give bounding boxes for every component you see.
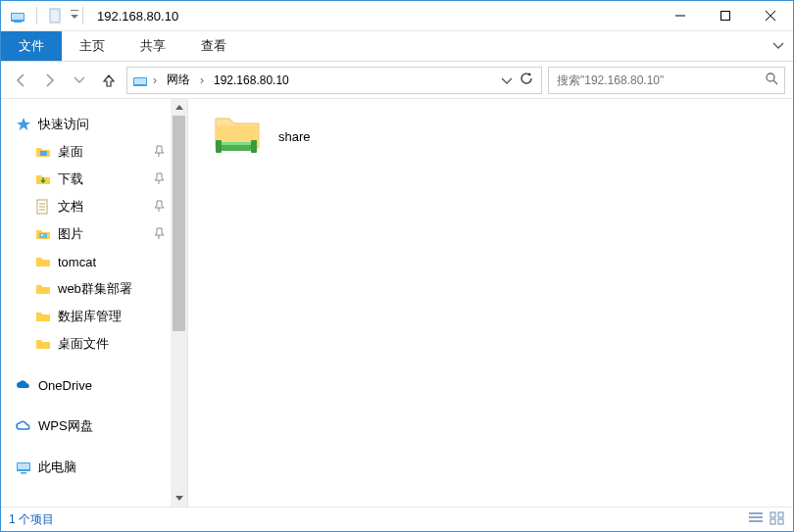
svg-rect-23 xyxy=(778,519,783,524)
tree-label: 文档 xyxy=(58,198,83,216)
maximize-button[interactable] xyxy=(703,1,748,30)
folder-icon xyxy=(34,280,52,298)
tree-item-desktopfiles[interactable]: 桌面文件 xyxy=(1,330,171,358)
file-list[interactable]: share xyxy=(188,99,793,507)
onedrive-icon xyxy=(15,376,32,394)
svg-rect-4 xyxy=(71,10,78,11)
scroll-thumb[interactable] xyxy=(173,116,185,331)
ribbon-tabs: 文件 主页 共享 查看 xyxy=(1,31,793,62)
tree-label: 图片 xyxy=(58,225,83,243)
qat-item-icon[interactable] xyxy=(47,7,65,24)
svg-rect-1 xyxy=(14,21,22,23)
folder-icon xyxy=(34,253,52,270)
svg-rect-20 xyxy=(770,512,775,517)
status-bar: 1 个项目 xyxy=(1,507,793,531)
folder-icon xyxy=(34,143,52,161)
window-controls xyxy=(658,1,793,30)
tab-view[interactable]: 查看 xyxy=(183,31,244,61)
status-text: 1 个项目 xyxy=(9,511,54,528)
ribbon-expand-icon[interactable] xyxy=(764,31,793,61)
tab-file[interactable]: 文件 xyxy=(1,31,62,61)
tree-label: web群集部署 xyxy=(58,280,132,298)
explorer-window: 192.168.80.10 文件 主页 共享 查看 › 网络 › 192.168… xyxy=(0,0,794,532)
breadcrumb-host[interactable]: 192.168.80.10 xyxy=(208,72,295,89)
cloud-icon xyxy=(15,417,32,435)
large-icons-view-icon[interactable] xyxy=(769,511,785,528)
svg-rect-19 xyxy=(251,140,257,153)
tree-item-documents[interactable]: 文档 xyxy=(1,193,171,220)
tree-label: 快速访问 xyxy=(38,116,89,133)
item-label: share xyxy=(278,129,311,144)
close-button[interactable] xyxy=(748,1,793,30)
tree-item-database[interactable]: 数据库管理 xyxy=(1,303,171,330)
svg-rect-5 xyxy=(721,12,730,21)
document-icon xyxy=(34,198,52,216)
tree-item-desktop[interactable]: 桌面 xyxy=(1,138,171,166)
svg-rect-21 xyxy=(778,512,783,517)
up-button[interactable] xyxy=(97,69,121,92)
computer-icon xyxy=(15,459,32,476)
separator xyxy=(36,7,37,24)
nav-row: › 网络 › 192.168.80.10 xyxy=(1,62,793,99)
pin-icon xyxy=(154,200,165,215)
folder-icon xyxy=(34,335,52,353)
forward-button[interactable] xyxy=(38,69,62,92)
tree-item-tomcat[interactable]: tomcat xyxy=(1,248,171,275)
details-view-icon[interactable] xyxy=(748,511,764,528)
tree-label: OneDrive xyxy=(38,378,92,393)
search-box[interactable] xyxy=(548,67,785,94)
svg-rect-15 xyxy=(21,472,26,474)
qat-dropdown-icon[interactable] xyxy=(71,8,78,24)
chevron-right-icon[interactable]: › xyxy=(198,73,206,87)
tree-label: 桌面文件 xyxy=(58,335,109,353)
app-icon xyxy=(9,7,26,24)
tree-item-downloads[interactable]: 下载 xyxy=(1,166,171,193)
svg-rect-11 xyxy=(39,233,47,238)
tree-label: 桌面 xyxy=(58,143,83,161)
recent-locations-dropdown-icon[interactable] xyxy=(68,69,91,92)
address-dropdown-icon[interactable] xyxy=(502,73,512,87)
svg-rect-17 xyxy=(220,142,253,145)
tree-label: 数据库管理 xyxy=(58,308,122,325)
minimize-button[interactable] xyxy=(658,1,703,30)
svg-rect-2 xyxy=(12,14,24,20)
breadcrumb-network[interactable]: 网络 xyxy=(161,70,196,90)
navigation-pane: 快速访问 桌面 下载 文档 xyxy=(1,99,188,507)
chevron-right-icon[interactable]: › xyxy=(151,73,159,87)
tree: 快速访问 桌面 下载 文档 xyxy=(1,111,187,481)
svg-rect-18 xyxy=(216,140,222,153)
folder-icon xyxy=(34,308,52,325)
location-icon xyxy=(131,72,149,89)
pin-icon xyxy=(154,227,165,242)
folder-icon xyxy=(34,225,52,243)
svg-point-8 xyxy=(767,73,774,81)
quick-access-toolbar xyxy=(1,7,78,24)
tab-share[interactable]: 共享 xyxy=(123,31,183,61)
scrollbar[interactable] xyxy=(171,99,187,507)
tree-onedrive[interactable]: OneDrive xyxy=(1,371,171,399)
tab-home[interactable]: 主页 xyxy=(62,31,123,61)
svg-rect-9 xyxy=(40,151,47,156)
tree-label: WPS网盘 xyxy=(38,417,93,435)
tree-quick-access[interactable]: 快速访问 xyxy=(1,111,171,138)
svg-rect-22 xyxy=(770,519,775,524)
scroll-up-icon[interactable] xyxy=(171,99,187,116)
search-input[interactable] xyxy=(555,73,765,88)
search-icon[interactable] xyxy=(765,72,778,88)
folder-icon xyxy=(34,170,52,188)
tree-wps[interactable]: WPS网盘 xyxy=(1,412,171,440)
network-share-icon xyxy=(210,113,265,160)
tree-label: tomcat xyxy=(58,255,96,269)
list-item[interactable]: share xyxy=(210,113,771,160)
pin-icon xyxy=(154,145,165,160)
scroll-down-icon[interactable] xyxy=(171,490,187,507)
pin-icon xyxy=(154,172,165,187)
address-bar[interactable]: › 网络 › 192.168.80.10 xyxy=(126,67,542,94)
star-icon xyxy=(15,116,32,133)
svg-point-12 xyxy=(41,234,43,236)
refresh-icon[interactable] xyxy=(520,72,533,88)
tree-item-pictures[interactable]: 图片 xyxy=(1,220,171,248)
back-button[interactable] xyxy=(9,69,32,92)
tree-item-webcluster[interactable]: web群集部署 xyxy=(1,275,171,303)
tree-thispc[interactable]: 此电脑 xyxy=(1,454,171,481)
